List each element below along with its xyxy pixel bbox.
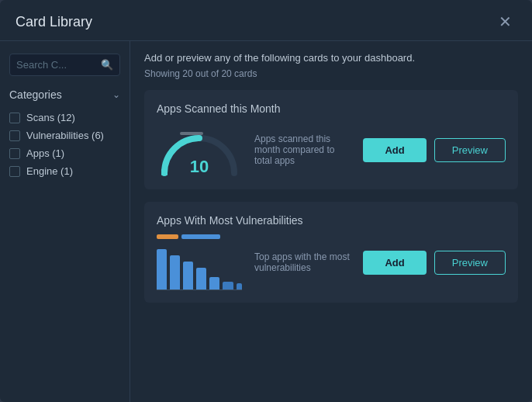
modal-header: Card Library ✕ [0, 0, 532, 41]
card-apps-vulnerabilities: Apps With Most Vulnerabilities [144, 202, 518, 303]
bar-chart [157, 234, 242, 290]
chevron-up-icon: ⌄ [112, 89, 120, 100]
bar-legend [157, 234, 242, 239]
engine-checkbox[interactable] [9, 166, 20, 177]
bar-4 [196, 268, 206, 289]
bar-7 [237, 283, 242, 289]
search-icon: 🔍 [101, 59, 113, 71]
card-apps-vuln-body: Top apps with the most vulnerabilities A… [157, 234, 506, 290]
gauge-value: 10 [190, 157, 209, 177]
scans-checkbox[interactable] [9, 113, 20, 123]
card-apps-scanned-actions: Add Preview [363, 138, 506, 162]
svg-rect-1 [161, 169, 168, 175]
apps-vuln-add-button[interactable]: Add [363, 251, 426, 275]
scans-label: Scans (12) [26, 112, 75, 123]
legend-blue [181, 234, 220, 239]
modal-title: Card Library [16, 14, 92, 30]
legend-orange [157, 234, 178, 239]
main-content: Add or preview any of the following card… [130, 41, 532, 402]
bars-area [157, 244, 242, 290]
svg-rect-0 [180, 132, 203, 135]
bar-1 [157, 249, 167, 289]
apps-scanned-preview-button[interactable]: Preview [434, 138, 506, 162]
modal-body: 🔍 Categories ⌄ Scans (12) Vulnerabilitie… [0, 41, 532, 402]
card-apps-scanned-desc: Apps scanned this month compared to tota… [254, 133, 351, 166]
search-input[interactable] [16, 59, 96, 71]
apps-label: Apps (1) [26, 147, 64, 159]
search-box[interactable]: 🔍 [9, 54, 120, 76]
category-item-engine[interactable]: Engine (1) [9, 165, 120, 177]
apps-scanned-add-button[interactable]: Add [363, 138, 426, 162]
card-apps-vuln-title: Apps With Most Vulnerabilities [157, 214, 506, 227]
info-text: Add or preview any of the following card… [144, 52, 518, 64]
category-item-apps[interactable]: Apps (1) [9, 147, 120, 159]
gauge-chart: 10 [157, 123, 242, 177]
sidebar: 🔍 Categories ⌄ Scans (12) Vulnerabilitie… [0, 41, 130, 402]
apps-vuln-preview-button[interactable]: Preview [434, 251, 506, 275]
showing-text: Showing 20 out of 20 cards [144, 68, 518, 79]
bar-6 [223, 282, 233, 289]
close-button[interactable]: ✕ [494, 12, 516, 31]
engine-label: Engine (1) [26, 165, 73, 177]
card-library-modal: Card Library ✕ 🔍 Categories ⌄ Scans (12) [0, 0, 532, 402]
category-item-vulnerabilities[interactable]: Vulnerabilities (6) [9, 130, 120, 141]
vulnerabilities-checkbox[interactable] [9, 130, 20, 141]
card-apps-vuln-desc: Top apps with the most vulnerabilities [254, 251, 351, 273]
category-list: Scans (12) Vulnerabilities (6) Apps (1) … [9, 112, 120, 177]
apps-checkbox[interactable] [9, 148, 20, 159]
bar-2 [170, 255, 180, 289]
bar-5 [209, 277, 219, 289]
card-apps-scanned-title: Apps Scanned this Month [157, 102, 506, 115]
card-apps-vuln-actions: Add Preview [363, 251, 506, 275]
bar-3 [183, 262, 193, 289]
categories-header: Categories ⌄ [9, 88, 120, 101]
card-apps-scanned: Apps Scanned this Month [144, 90, 518, 189]
card-apps-scanned-body: 10 Apps scanned this month compared to t… [157, 123, 506, 177]
vulnerabilities-label: Vulnerabilities (6) [26, 130, 104, 141]
categories-label: Categories [9, 88, 62, 101]
category-item-scans[interactable]: Scans (12) [9, 112, 120, 123]
